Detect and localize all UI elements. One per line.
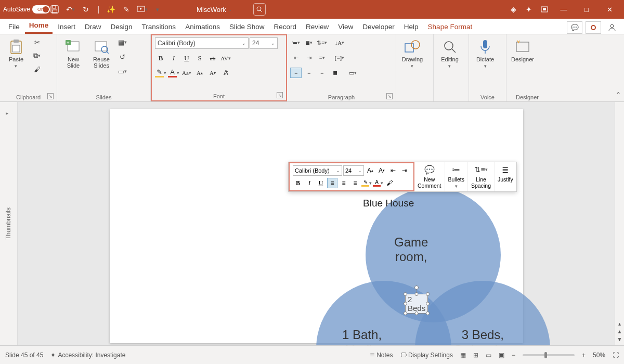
char-spacing-button[interactable]: AV▾ <box>220 53 231 63</box>
italic-button[interactable]: I <box>168 53 179 63</box>
mini-bullets[interactable]: ≔ Bullets▾ <box>445 162 469 191</box>
text-game-room[interactable]: Game room, <box>394 235 428 264</box>
dictate-button[interactable]: Dictate▾ <box>472 36 498 69</box>
font-name-combo[interactable]: Calibri (Body)⌄ <box>155 37 249 49</box>
undo-icon[interactable]: ↶▾ <box>62 2 78 17</box>
prev-slide-button[interactable]: ▴ <box>618 321 621 327</box>
qat-present-icon[interactable]: ▾ <box>134 2 150 17</box>
window-mode-icon[interactable] <box>537 2 552 17</box>
reuse-slides-button[interactable]: Reuse Slides <box>88 36 114 69</box>
resize-handle[interactable] <box>426 302 430 306</box>
label-blue-house[interactable]: Blue House <box>363 198 414 209</box>
paste-button[interactable]: Paste▾ <box>3 36 29 69</box>
designer-button[interactable]: Designer <box>510 36 536 62</box>
recording-button[interactable] <box>586 21 601 34</box>
search-button[interactable] <box>253 3 266 16</box>
underline-button[interactable]: U <box>181 53 192 63</box>
slide-counter[interactable]: Slide 45 of 45 <box>5 352 43 359</box>
drawing-button[interactable]: Drawing▾ <box>399 36 425 69</box>
font-color-button[interactable]: A▾ <box>168 68 179 78</box>
font-size-combo[interactable]: 24⌄ <box>250 37 278 49</box>
new-slide-button[interactable]: + New Slide <box>60 36 86 69</box>
bold-button[interactable]: B <box>155 53 166 63</box>
mini-increase-indent[interactable]: ⇥ <box>399 165 410 176</box>
mini-line-spacing[interactable]: ⇅≡▾ Line Spacing <box>468 162 495 191</box>
comments-pane-button[interactable]: 💬 <box>567 21 582 34</box>
tab-review[interactable]: Review <box>302 21 333 34</box>
mini-font-color[interactable]: A▾ <box>373 178 383 188</box>
align-left-button[interactable]: ≡ <box>290 68 302 78</box>
share-button[interactable] <box>604 21 620 34</box>
close-button[interactable]: ✕ <box>598 0 621 19</box>
slide-area[interactable]: Blue House Green House Yellow House Game… <box>18 102 615 345</box>
resize-handle[interactable] <box>404 311 407 315</box>
line-spacing-button[interactable]: ⇅≡▾ <box>316 37 328 48</box>
slide-canvas[interactable]: Blue House Green House Yellow House Game… <box>110 109 523 343</box>
mini-justify[interactable]: ≣ Justify <box>495 162 516 191</box>
copy-icon[interactable]: ⧉▾ <box>31 50 43 61</box>
change-case-button[interactable]: Aa▾ <box>181 68 192 78</box>
strike-button[interactable]: ab <box>207 53 218 63</box>
autosave-toggle[interactable]: AutoSave On <box>3 5 44 14</box>
zoom-out-button[interactable]: − <box>512 352 515 359</box>
mini-shrink-font[interactable]: A▾ <box>376 165 387 176</box>
qat-icon-1[interactable]: ✨ <box>103 2 119 17</box>
text-direction-button[interactable]: ↓A▾ <box>334 37 345 48</box>
rotate-handle-icon[interactable] <box>414 285 419 290</box>
mini-grow-font[interactable]: A▴ <box>365 165 375 176</box>
zoom-in-button[interactable]: + <box>582 352 586 359</box>
sparkle-icon[interactable]: ✦ <box>521 2 537 17</box>
qat-eyedropper-icon[interactable]: ✎ <box>119 2 134 17</box>
minimize-button[interactable]: ― <box>552 0 575 19</box>
resize-handle[interactable] <box>404 302 407 306</box>
paragraph-launcher[interactable]: ↘ <box>386 93 393 99</box>
shrink-font-button[interactable]: A▾ <box>207 68 218 78</box>
zoom-level[interactable]: 50% <box>593 352 605 359</box>
fit-window-button[interactable]: ⛶ <box>613 352 619 359</box>
highlight-color-button[interactable]: ✎▾ <box>155 68 166 78</box>
zoom-slider[interactable] <box>523 354 575 356</box>
tab-design[interactable]: Design <box>107 21 137 34</box>
tab-draw[interactable]: Draw <box>81 21 106 34</box>
format-painter-icon[interactable]: 🖌 <box>31 63 43 75</box>
scroll-up-icon[interactable]: ▲ <box>617 329 622 334</box>
align-center-button[interactable]: ≡ <box>303 68 315 78</box>
tab-help[interactable]: Help <box>400 21 423 34</box>
text-beds-pool[interactable]: 3 Beds, Swimming pool <box>454 328 512 345</box>
mini-underline[interactable]: U <box>316 178 326 188</box>
list-level-button[interactable]: ≡▾ <box>316 53 328 63</box>
selected-textbox[interactable]: 2 Beds <box>405 294 428 314</box>
maximize-button[interactable]: □ <box>575 0 598 19</box>
cut-icon[interactable]: ✂ <box>31 36 43 48</box>
collapse-ribbon-button[interactable]: ⌃ <box>616 91 621 98</box>
resize-handle[interactable] <box>404 292 407 296</box>
tab-shape-format[interactable]: Shape Format <box>424 21 477 34</box>
text-bath-media[interactable]: 1 Bath, Media room <box>342 328 382 345</box>
tab-slideshow[interactable]: Slide Show <box>225 21 269 34</box>
mini-decrease-indent[interactable]: ⇤ <box>388 165 398 176</box>
resize-handle[interactable] <box>415 292 419 296</box>
section-icon[interactable]: ▭▾ <box>116 66 128 77</box>
tab-file[interactable]: File <box>4 21 24 34</box>
increase-indent-button[interactable]: ⇥ <box>303 53 315 63</box>
thumbnail-pane[interactable]: Thumbnails <box>0 102 18 345</box>
tab-view[interactable]: View <box>334 21 357 34</box>
clipboard-launcher[interactable]: ↘ <box>47 93 54 99</box>
mini-font-size[interactable]: 24⌄ <box>343 165 364 176</box>
align-right-button[interactable]: ≡ <box>316 68 328 78</box>
justify-button[interactable]: ≣ <box>329 68 341 78</box>
accessibility-status[interactable]: ✦Accessibility: Investigate <box>50 352 125 359</box>
display-settings-button[interactable]: 🖵 Display Settings <box>400 352 453 359</box>
tab-transitions[interactable]: Transitions <box>138 21 180 34</box>
scroll-down-icon[interactable]: ▼ <box>617 336 622 342</box>
mini-bold[interactable]: B <box>293 178 303 188</box>
decrease-indent-button[interactable]: ⇤ <box>290 53 302 63</box>
mini-italic[interactable]: I <box>304 178 315 188</box>
editing-button[interactable]: Editing▾ <box>437 36 463 69</box>
mini-align-left[interactable]: ≡ <box>327 178 337 188</box>
view-sorter-icon[interactable]: ⊞ <box>473 352 478 359</box>
diamond-icon[interactable]: ◈ <box>505 2 521 17</box>
layout-icon[interactable]: ▦▾ <box>116 36 128 48</box>
redo-icon[interactable]: ↻ <box>78 2 94 17</box>
smartart-button[interactable]: ▭▾ <box>347 68 358 78</box>
